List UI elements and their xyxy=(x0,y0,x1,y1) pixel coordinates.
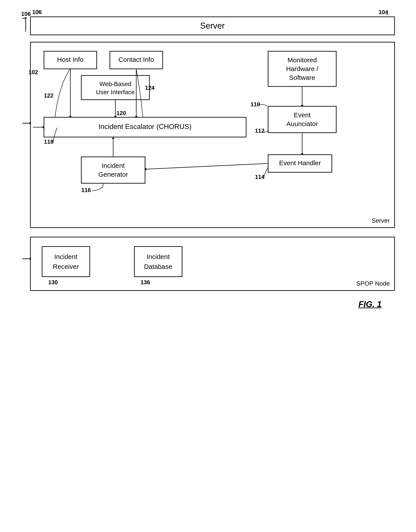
server-top-box: Server ⌒ xyxy=(30,17,395,35)
incident-receiver-label: IncidentReceiver xyxy=(53,253,79,270)
svg-text:Hardware /: Hardware / xyxy=(286,65,318,72)
left-arrow-main-svg xyxy=(21,119,30,128)
ref-102: 102 xyxy=(28,69,38,76)
svg-text:124: 124 xyxy=(145,85,155,91)
svg-text:Event Handler: Event Handler xyxy=(279,159,321,167)
svg-rect-18 xyxy=(268,106,336,133)
incident-database-container: IncidentDatabase 136 xyxy=(134,246,182,277)
main-server-block: 102 Server Host Info Contact Info Monito… xyxy=(30,42,395,228)
svg-text:118: 118 xyxy=(44,138,53,145)
ref-104-curve: ⌒ xyxy=(385,13,390,20)
server-inner-label: Server xyxy=(372,217,390,224)
svg-text:Event: Event xyxy=(293,111,311,118)
svg-text:112: 112 xyxy=(255,127,264,134)
server-top-label: Server xyxy=(200,21,225,30)
svg-text:120: 120 xyxy=(116,110,126,116)
spop-label: SPOP Node xyxy=(356,280,390,287)
svg-text:Monitored: Monitored xyxy=(287,56,317,64)
svg-text:114: 114 xyxy=(255,174,265,180)
svg-text:User Interface: User Interface xyxy=(96,89,135,96)
incident-database-box: IncidentDatabase xyxy=(134,246,182,277)
spop-block: SPOP Node IncidentReceiver 130 IncidentD… xyxy=(30,237,395,291)
incident-receiver-box: IncidentReceiver xyxy=(42,246,90,277)
left-arrow-svg xyxy=(21,17,30,35)
svg-text:Incident Escalator (CHORUS): Incident Escalator (CHORUS) xyxy=(98,123,191,130)
left-arrow-spop-svg xyxy=(21,254,30,263)
incident-receiver-container: IncidentReceiver 130 xyxy=(42,246,90,277)
svg-text:Generator: Generator xyxy=(98,171,128,178)
figure-label: FIG. 1 xyxy=(21,300,382,309)
svg-text:Host Info: Host Info xyxy=(57,56,83,63)
svg-line-43 xyxy=(145,163,268,169)
svg-text:Auunciator: Auunciator xyxy=(286,120,318,127)
main-diagram-svg: Host Info Contact Info Monitored Hardwar… xyxy=(37,49,385,221)
svg-text:Web-Based: Web-Based xyxy=(99,80,132,87)
svg-text:Incident: Incident xyxy=(102,162,125,169)
svg-text:Software: Software xyxy=(289,74,315,81)
ref-136: 136 xyxy=(141,279,150,286)
svg-text:122: 122 xyxy=(44,92,53,99)
svg-text:Contact Info: Contact Info xyxy=(118,56,154,63)
arrow-indicator-106: ← xyxy=(37,8,42,14)
incident-database-label: IncidentDatabase xyxy=(144,253,172,270)
ref-130: 130 xyxy=(48,279,58,286)
svg-rect-21 xyxy=(81,157,145,183)
svg-text:116: 116 xyxy=(81,187,91,193)
